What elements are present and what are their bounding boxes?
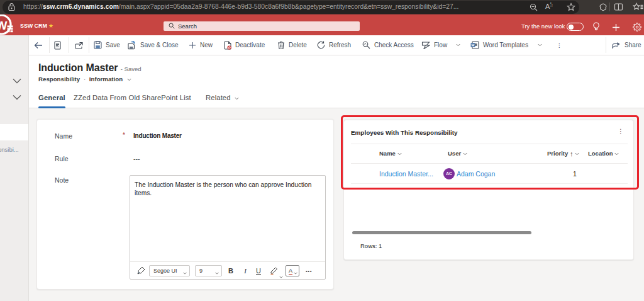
svg-text:W: W (0, 19, 8, 32)
